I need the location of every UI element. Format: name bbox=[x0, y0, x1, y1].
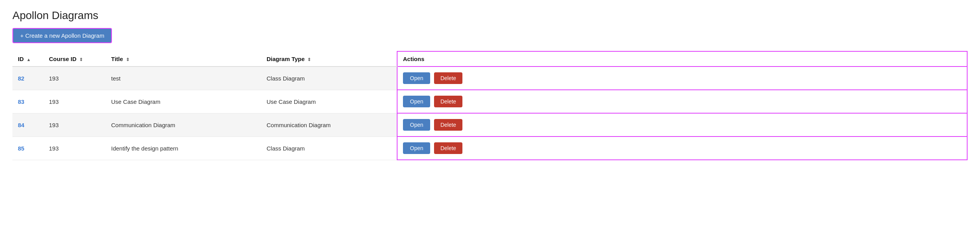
delete-button[interactable]: Delete bbox=[434, 142, 462, 154]
th-course-id: Course ID ⇕ bbox=[44, 51, 106, 66]
cell-course-id: 193 bbox=[44, 113, 106, 136]
cell-actions: Open Delete bbox=[397, 66, 967, 90]
th-actions: Actions bbox=[397, 51, 967, 66]
th-title: Title ⇕ bbox=[106, 51, 261, 66]
open-button[interactable]: Open bbox=[403, 119, 430, 131]
delete-button[interactable]: Delete bbox=[434, 72, 462, 84]
cell-id: 83 bbox=[12, 90, 44, 113]
cell-course-id: 193 bbox=[44, 66, 106, 90]
create-diagram-button[interactable]: + Create a new Apollon Diagram bbox=[12, 28, 112, 43]
table-row: 83 193 Use Case Diagram Use Case Diagram… bbox=[12, 90, 967, 113]
cell-actions: Open Delete bbox=[397, 90, 967, 113]
cell-actions: Open Delete bbox=[397, 136, 967, 160]
cell-id: 84 bbox=[12, 113, 44, 136]
cell-id: 82 bbox=[12, 66, 44, 90]
cell-diagram-type: Class Diagram bbox=[261, 136, 397, 160]
diagrams-table: ID ▲ Course ID ⇕ Title ⇕ Diagram Type ⇕ … bbox=[12, 51, 968, 160]
id-sort-icon[interactable]: ▲ bbox=[26, 57, 31, 62]
th-diagram-type: Diagram Type ⇕ bbox=[261, 51, 397, 66]
delete-button[interactable]: Delete bbox=[434, 96, 462, 107]
cell-id: 85 bbox=[12, 136, 44, 160]
cell-course-id: 193 bbox=[44, 90, 106, 113]
table-row: 82 193 test Class Diagram Open Delete bbox=[12, 66, 967, 90]
cell-actions: Open Delete bbox=[397, 113, 967, 136]
open-button[interactable]: Open bbox=[403, 142, 430, 154]
course-id-sort-icon[interactable]: ⇕ bbox=[79, 57, 83, 62]
table-row: 85 193 Identify the design pattern Class… bbox=[12, 136, 967, 160]
open-button[interactable]: Open bbox=[403, 72, 430, 84]
cell-title: Communication Diagram bbox=[106, 113, 261, 136]
cell-title: Identify the design pattern bbox=[106, 136, 261, 160]
cell-title: Use Case Diagram bbox=[106, 90, 261, 113]
cell-course-id: 193 bbox=[44, 136, 106, 160]
cell-diagram-type: Communication Diagram bbox=[261, 113, 397, 136]
cell-diagram-type: Use Case Diagram bbox=[261, 90, 397, 113]
th-id: ID ▲ bbox=[12, 51, 44, 66]
open-button[interactable]: Open bbox=[403, 96, 430, 107]
delete-button[interactable]: Delete bbox=[434, 119, 462, 131]
diagram-type-sort-icon[interactable]: ⇕ bbox=[307, 57, 311, 62]
table-row: 84 193 Communication Diagram Communicati… bbox=[12, 113, 967, 136]
title-sort-icon[interactable]: ⇕ bbox=[126, 57, 129, 62]
cell-diagram-type: Class Diagram bbox=[261, 66, 397, 90]
page-title: Apollon Diagrams bbox=[12, 9, 968, 22]
cell-title: test bbox=[106, 66, 261, 90]
